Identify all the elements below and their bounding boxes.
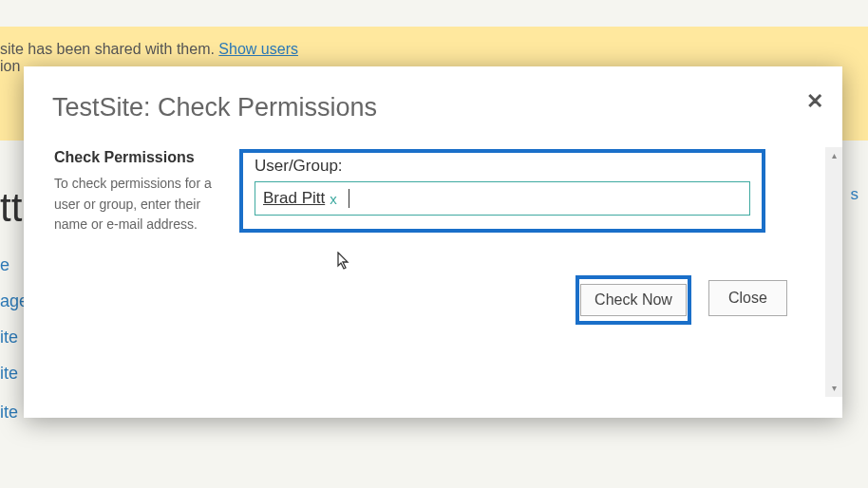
scroll-up-icon[interactable]: ▴: [825, 147, 842, 164]
check-now-highlight: Check Now: [576, 275, 691, 325]
dialog-title: TestSite: Check Permissions: [52, 93, 842, 122]
close-icon[interactable]: ✕: [806, 89, 823, 114]
scroll-down-icon[interactable]: ▾: [825, 380, 842, 397]
user-group-label: User/Group:: [255, 157, 750, 176]
background-link-fragment[interactable]: ite: [0, 355, 18, 391]
banner-text: site has been shared with them.: [0, 41, 215, 57]
user-group-input[interactable]: Brad Pitt x: [255, 181, 750, 216]
text-cursor: [349, 189, 349, 208]
background-link-fragment[interactable]: ite: [0, 394, 18, 430]
mouse-cursor-icon: [337, 252, 350, 275]
instructions-text: To check permissions for a user or group…: [54, 174, 230, 235]
check-permissions-dialog: TestSite: Check Permissions ✕ Check Perm…: [24, 66, 842, 418]
instructions-heading: Check Permissions: [54, 149, 230, 166]
remove-chip-icon[interactable]: x: [330, 191, 337, 207]
user-group-field-highlight: User/Group: Brad Pitt x: [239, 149, 765, 233]
instructions-panel: Check Permissions To check permissions f…: [54, 149, 230, 235]
background-title-fragment: tt: [0, 185, 22, 231]
background-text-fragment: s: [851, 185, 859, 204]
background-link-fragment[interactable]: e: [0, 247, 9, 283]
scrollbar[interactable]: ▴ ▾: [825, 147, 842, 397]
banner-show-users-link[interactable]: Show users: [218, 41, 298, 57]
check-now-button[interactable]: Check Now: [580, 284, 687, 316]
user-chip[interactable]: Brad Pitt: [263, 189, 325, 208]
background-link-fragment[interactable]: ite: [0, 319, 18, 355]
close-button[interactable]: Close: [708, 280, 787, 316]
